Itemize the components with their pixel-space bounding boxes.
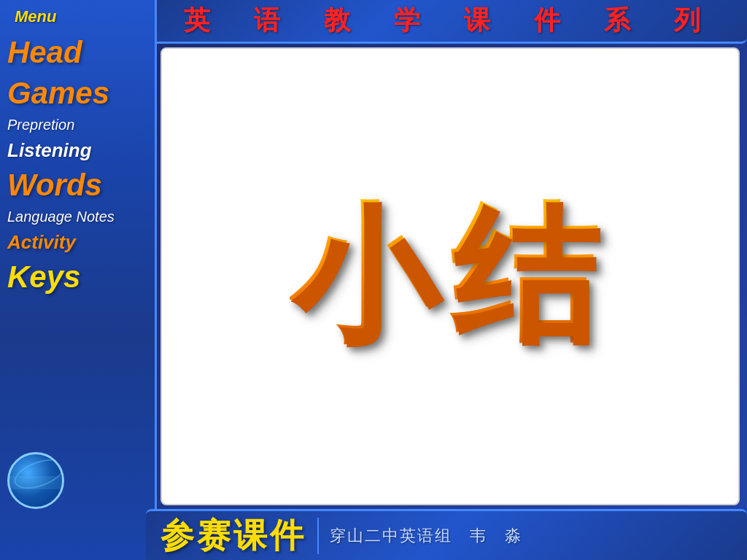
menu-label[interactable]: Menu xyxy=(0,7,56,26)
sidebar-item-language-notes[interactable]: Language Notes xyxy=(0,206,155,228)
footer-main-text: 参赛课件 xyxy=(146,513,306,559)
sidebar: Menu Head Games Prepretion Listening Wor… xyxy=(0,0,157,560)
sidebar-item-listening[interactable]: Listening xyxy=(0,136,155,165)
footer-divider xyxy=(317,518,319,554)
header-bar: 英 语 教 学 课 件 系 列 xyxy=(146,0,747,44)
sidebar-item-head[interactable]: Head xyxy=(0,32,155,73)
sidebar-item-words[interactable]: Words xyxy=(0,165,155,206)
sidebar-item-keys[interactable]: Keys xyxy=(0,257,155,298)
footer-sub-text: 穿山二中英语组 韦 淼 xyxy=(330,525,522,547)
footer-bar: 参赛课件 穿山二中英语组 韦 淼 xyxy=(146,509,747,560)
globe-icon xyxy=(7,452,64,509)
main-content-text: 小结 xyxy=(290,178,611,375)
sidebar-item-prepretion[interactable]: Prepretion xyxy=(0,114,155,136)
main-content: 小结 xyxy=(160,47,740,505)
globe-container xyxy=(7,452,66,510)
sidebar-item-activity[interactable]: Activity xyxy=(0,228,155,257)
sidebar-item-games[interactable]: Games xyxy=(0,73,155,114)
header-title: 英 语 教 学 课 件 系 列 xyxy=(184,3,709,39)
